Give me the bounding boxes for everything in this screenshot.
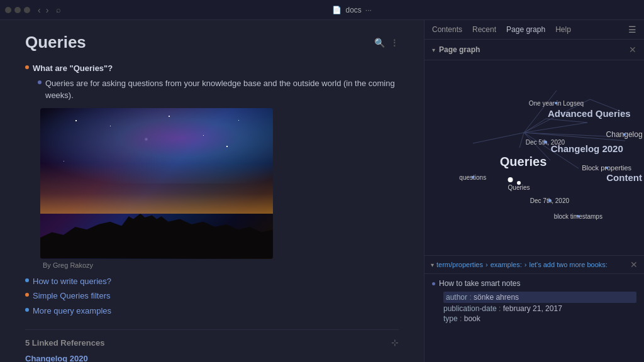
star — [226, 146, 228, 147]
panel-title: Page graph — [439, 45, 480, 54]
bc-arrow2: › — [525, 261, 527, 268]
nav-help[interactable]: Help — [555, 24, 571, 35]
panel-collapse-arrow[interactable]: ▾ — [432, 47, 435, 53]
ref-group-changelog: Changelog 2020 Dec 29th, 2020 › Features… — [25, 354, 399, 362]
filter-icon[interactable]: ⊹ — [391, 337, 399, 348]
breadcrumb-letadd: let's add two more books: — [529, 261, 607, 268]
more-examples-link[interactable]: More query examples — [33, 305, 111, 317]
changelog-label: Changelog — [606, 130, 643, 139]
right-pane: Contents Recent Page graph Help ☰ ▾ Page… — [424, 20, 644, 362]
pubdate-value: february 21, 2017 — [503, 304, 562, 313]
page-title-row: Queries 🔍 ⋮ — [25, 33, 399, 52]
star — [203, 135, 204, 136]
what-are-queries-heading: What are "Queries"? — [33, 63, 113, 73]
graph-node-block-properties[interactable]: Block properties — [582, 164, 631, 172]
bottom-panel-arrow: ▾ — [431, 261, 434, 268]
back-button[interactable]: ‹ — [36, 5, 42, 15]
content-label: Content — [606, 172, 642, 183]
graph-node-block-timestamps[interactable]: block timestamps — [554, 213, 602, 220]
star — [75, 120, 77, 121]
star — [110, 126, 111, 126]
star — [64, 161, 64, 162]
nav-contents[interactable]: Contents — [432, 24, 462, 35]
image-caption: By Greg Rakozy — [40, 261, 273, 269]
bottom-panel: ▾ term/properties › examples: › let's ad… — [425, 255, 644, 362]
horizon-glow — [40, 163, 273, 214]
window-controls — [5, 7, 30, 13]
more-page-icon[interactable]: ⋮ — [390, 38, 399, 48]
more-icon[interactable]: ··· — [365, 6, 372, 14]
pubdate-key: publication-date — [443, 304, 497, 313]
topbar: ‹ › ⌕ 📄 docs ··· — [0, 0, 644, 20]
graph-node-content[interactable]: Content — [606, 172, 642, 183]
bottom-panel-close[interactable]: ✕ — [630, 260, 638, 270]
svg-line-10 — [546, 119, 587, 123]
forward-button[interactable]: › — [45, 5, 50, 15]
star — [145, 138, 147, 140]
nav-page-graph[interactable]: Page graph — [506, 24, 545, 35]
search-page-icon[interactable]: 🔍 — [374, 38, 385, 48]
landscape-silhouette — [40, 206, 273, 259]
right-nav: Contents Recent Page graph Help ☰ — [425, 20, 644, 40]
pubdate-colon: : — [499, 304, 503, 313]
bullet-simple-queries: Simple Queries filters — [25, 290, 399, 302]
image-container: By Greg Rakozy — [40, 108, 273, 269]
bp-notes-text: How to take smart notes — [439, 279, 520, 288]
bullet-description-text: Queries are for asking questions from yo… — [45, 77, 399, 102]
bullet-dot-2 — [25, 293, 29, 297]
linked-refs-title: 5 Linked References — [25, 338, 104, 348]
graph-node-queries[interactable]: Queries — [500, 155, 547, 169]
graph-node-one-year[interactable]: One year in Logseq — [529, 100, 584, 107]
page-icon: 📄 — [332, 6, 341, 14]
dec7-label: Dec 7th, 2020 — [530, 197, 569, 204]
page-title-icons: 🔍 ⋮ — [374, 38, 399, 48]
star — [238, 120, 239, 121]
prop-author: author : sönke ahrens — [443, 292, 636, 303]
simple-queries-link[interactable]: Simple Queries filters — [33, 290, 111, 302]
star — [169, 116, 170, 117]
svg-line-4 — [524, 119, 546, 133]
type-value: book — [464, 314, 480, 323]
author-value: sönke ahrens — [474, 293, 519, 302]
type-colon: : — [460, 314, 464, 323]
linked-references: 5 Linked References ⊹ Changelog 2020 Dec… — [25, 329, 399, 362]
graph-node-questions[interactable]: questions — [459, 174, 486, 181]
svg-line-7 — [473, 133, 524, 143]
queries-label: Queries — [500, 155, 547, 169]
graph-node-dec7[interactable]: Dec 7th, 2020 — [530, 197, 569, 204]
bullet-more-examples: More query examples — [25, 305, 399, 317]
bottom-panel-header: ▾ term/properties › examples: › let's ad… — [425, 256, 644, 274]
questions-label: questions — [459, 174, 486, 181]
bullet-how-to-write: How to write queries? — [25, 275, 399, 288]
nav-recent[interactable]: Recent — [472, 24, 496, 35]
how-to-write-link[interactable]: How to write queries? — [33, 275, 111, 288]
prop-type: type : book — [443, 314, 636, 323]
breadcrumb-term: term/properties — [436, 261, 483, 268]
graph-node-dec5[interactable]: Dec 5th, 2020 — [526, 139, 565, 146]
milky-way-image — [40, 108, 273, 259]
topbar-center: 📄 docs ··· — [65, 6, 639, 14]
bp-bullet-notes: How to take smart notes — [432, 279, 636, 288]
advanced-queries-label: Advanced Queries — [548, 107, 631, 118]
panel-header: ▾ Page graph ✕ — [425, 40, 644, 60]
svg-line-11 — [519, 133, 524, 148]
graph-node-changelog[interactable]: Changelog — [606, 130, 643, 139]
breadcrumb-examples: examples: — [491, 261, 522, 268]
hamburger-menu[interactable]: ☰ — [628, 25, 636, 35]
graph-canvas: Queries Queries Advanced Queries Changel… — [425, 60, 644, 255]
graph-panel: ▾ Page graph ✕ — [425, 40, 644, 255]
search-icon[interactable]: ⌕ — [56, 5, 61, 14]
maximize-dot — [24, 7, 30, 13]
author-key: author — [446, 293, 467, 302]
bp-properties: author : sönke ahrens publication-date :… — [443, 292, 636, 323]
panel-close-button[interactable]: ✕ — [629, 45, 636, 55]
nav-arrows: ‹ › — [36, 5, 50, 15]
bullet-dot-orange — [25, 65, 29, 69]
minimize-dot — [14, 7, 21, 13]
bullet-text-main: What are "Queries"? — [33, 62, 113, 75]
dec5-label: Dec 5th, 2020 — [526, 139, 565, 146]
graph-node-queries-sub[interactable]: Queries — [508, 175, 530, 191]
queries-sub-dot — [508, 177, 513, 182]
graph-node-advanced-queries[interactable]: Advanced Queries — [548, 107, 631, 118]
ref-group-title[interactable]: Changelog 2020 — [25, 354, 399, 362]
